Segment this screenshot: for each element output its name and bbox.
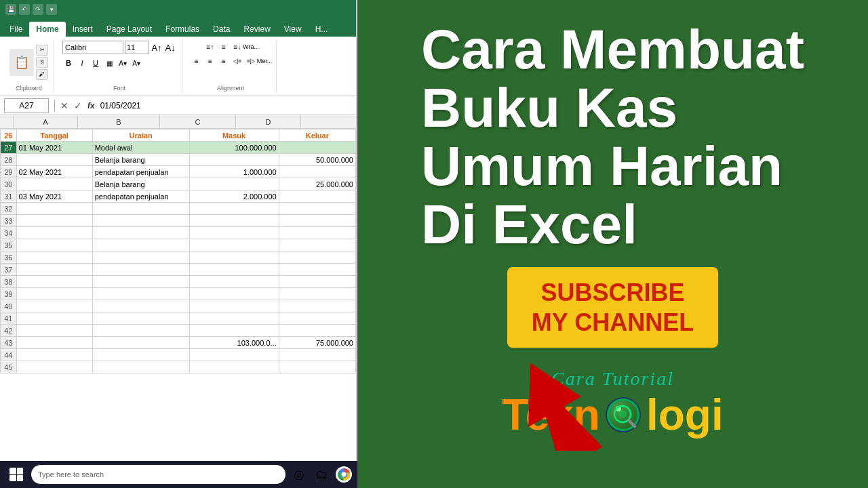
cell-a-32[interactable] — [16, 203, 92, 215]
cell-d-27[interactable] — [279, 142, 355, 154]
tab-more[interactable]: H... — [309, 22, 335, 37]
cell-b-36[interactable] — [92, 251, 189, 264]
cell-a-34[interactable] — [16, 227, 92, 239]
tab-insert[interactable]: Insert — [66, 22, 100, 37]
table-row[interactable]: 35 — [1, 239, 356, 251]
cell-a-40[interactable] — [16, 300, 92, 312]
cell-b-38[interactable] — [92, 276, 189, 288]
cell-a-42[interactable] — [16, 325, 92, 337]
cell-d-33[interactable] — [279, 215, 355, 227]
align-top-button[interactable]: ≡↑ — [204, 41, 216, 53]
cell-b-33[interactable] — [92, 215, 189, 227]
italic-button[interactable]: I — [76, 57, 88, 69]
cell-d-36[interactable] — [279, 251, 355, 264]
align-left-button[interactable]: ≡ — [191, 55, 203, 67]
table-row[interactable]: 26TanggalUraianMasukKeluar — [1, 129, 356, 142]
cell-c-32[interactable] — [189, 203, 279, 215]
cell-c-45[interactable] — [189, 361, 279, 373]
cell-d-45[interactable] — [279, 361, 355, 373]
redo-icon[interactable]: ↷ — [33, 4, 43, 15]
align-bottom-button[interactable]: ≡↓ — [231, 41, 243, 53]
cell-b-30[interactable]: Belanja barang — [92, 178, 189, 190]
table-row[interactable]: 2701 May 2021Modal awal100.000.000 — [1, 142, 356, 154]
cell-a-31[interactable]: 03 May 2021 — [16, 190, 92, 203]
cell-c-30[interactable] — [189, 178, 279, 190]
cell-b-41[interactable] — [92, 312, 189, 325]
cell-a-43[interactable] — [16, 337, 92, 349]
cell-b-29[interactable]: pendapatan penjualan — [92, 166, 189, 178]
cell-d-32[interactable] — [279, 203, 355, 215]
dropdown-icon[interactable]: ▾ — [46, 4, 57, 15]
cell-c-38[interactable] — [189, 276, 279, 288]
cell-b-31[interactable]: pendapatan penjualan — [92, 190, 189, 203]
font-color-button[interactable]: A▾ — [130, 57, 142, 69]
table-row[interactable]: 34 — [1, 227, 356, 239]
tab-page-layout[interactable]: Page Layout — [100, 22, 159, 37]
cell-b-45[interactable] — [92, 361, 189, 373]
taskbar-search[interactable]: Type here to search — [31, 465, 285, 484]
files-icon[interactable]: 🗂 — [313, 465, 332, 484]
align-middle-button[interactable]: ≡ — [218, 41, 230, 53]
paste-button[interactable]: 📋 — [9, 49, 34, 76]
cell-a-29[interactable]: 02 May 2021 — [16, 166, 92, 178]
header-cell-c[interactable]: Masuk — [189, 129, 279, 142]
table-row[interactable]: 3103 May 2021pendapatan penjualan2.000.0… — [1, 190, 356, 203]
cell-d-42[interactable] — [279, 325, 355, 337]
cell-b-28[interactable]: Belanja barang — [92, 154, 189, 166]
indent-increase-button[interactable]: ≡▷ — [245, 55, 257, 67]
wrap-button[interactable]: Wra... — [245, 41, 257, 53]
table-row[interactable]: 2902 May 2021pendapatan penjualan1.000.0… — [1, 166, 356, 178]
cell-d-29[interactable] — [279, 166, 355, 178]
cell-c-40[interactable] — [189, 300, 279, 312]
font-shrink-button[interactable]: A↓ — [164, 41, 176, 54]
cell-a-37[interactable] — [16, 264, 92, 276]
cell-c-33[interactable] — [189, 215, 279, 227]
header-cell-b[interactable]: Uraian — [92, 129, 189, 142]
cell-d-28[interactable]: 50.000.000 — [279, 154, 355, 166]
col-header-a[interactable]: A — [14, 115, 78, 128]
subscribe-button[interactable]: SUBSCRIBE MY CHANNEL — [507, 267, 718, 347]
cell-b-43[interactable] — [92, 337, 189, 349]
cell-d-34[interactable] — [279, 227, 355, 239]
table-row[interactable]: 42 — [1, 325, 356, 337]
table-row[interactable]: 37 — [1, 264, 356, 276]
cell-a-30[interactable] — [16, 178, 92, 190]
cell-d-30[interactable]: 25.000.000 — [279, 178, 355, 190]
cell-a-38[interactable] — [16, 276, 92, 288]
format-painter-button[interactable]: 🖌 — [36, 69, 48, 80]
fill-color-button[interactable]: A▾ — [117, 57, 129, 69]
chrome-icon[interactable] — [336, 466, 352, 483]
undo-icon[interactable]: ↶ — [19, 4, 30, 15]
cell-c-41[interactable] — [189, 312, 279, 325]
cell-d-31[interactable] — [279, 190, 355, 203]
cell-b-34[interactable] — [92, 227, 189, 239]
col-header-b[interactable]: B — [78, 115, 160, 128]
cell-c-34[interactable] — [189, 227, 279, 239]
table-row[interactable]: 38 — [1, 276, 356, 288]
cortana-icon[interactable]: ◎ — [290, 465, 309, 484]
table-row[interactable]: 41 — [1, 312, 356, 325]
tab-data[interactable]: Data — [206, 22, 237, 37]
cell-a-44[interactable] — [16, 349, 92, 361]
cell-b-35[interactable] — [92, 239, 189, 251]
border-button[interactable]: ▦ — [103, 57, 115, 69]
align-center-button[interactable]: ≡ — [204, 55, 216, 67]
cut-button[interactable]: ✂ — [36, 45, 48, 56]
formula-cancel-button[interactable]: ✕ — [60, 100, 68, 111]
table-row[interactable]: 40 — [1, 300, 356, 312]
font-name-dropdown[interactable] — [62, 41, 123, 54]
windows-button[interactable] — [5, 464, 27, 485]
font-size-dropdown[interactable] — [125, 41, 149, 54]
cell-a-39[interactable] — [16, 288, 92, 300]
table-row[interactable]: 33 — [1, 215, 356, 227]
cell-a-35[interactable] — [16, 239, 92, 251]
cell-d-38[interactable] — [279, 276, 355, 288]
cell-a-45[interactable] — [16, 361, 92, 373]
cell-c-31[interactable]: 2.000.000 — [189, 190, 279, 203]
col-header-c[interactable]: C — [160, 115, 236, 128]
save-icon[interactable]: 💾 — [5, 4, 16, 15]
tab-view[interactable]: View — [277, 22, 309, 37]
table-row[interactable]: 36 — [1, 251, 356, 264]
cell-c-44[interactable] — [189, 349, 279, 361]
cell-d-44[interactable] — [279, 349, 355, 361]
